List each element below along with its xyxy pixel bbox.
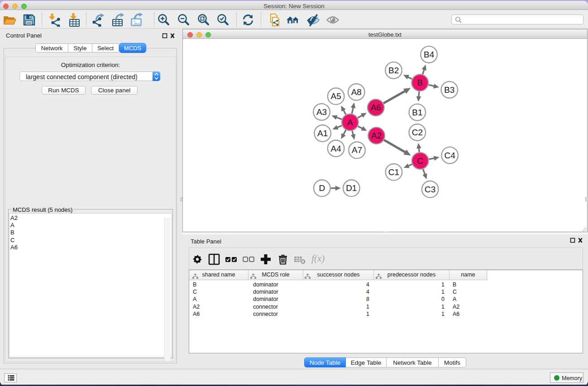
svg-text:A7: A7 xyxy=(352,145,362,155)
svg-text:A8: A8 xyxy=(351,87,362,97)
svg-text:A3: A3 xyxy=(316,107,327,117)
svg-text:B4: B4 xyxy=(424,50,435,59)
svg-text:A6: A6 xyxy=(371,103,381,112)
svg-text:C2: C2 xyxy=(412,128,423,137)
svg-text:B: B xyxy=(417,78,423,87)
svg-text:C1: C1 xyxy=(388,167,399,177)
svg-text:D: D xyxy=(319,183,325,193)
svg-text:B1: B1 xyxy=(412,108,422,117)
svg-text:D1: D1 xyxy=(346,183,357,193)
svg-text:B2: B2 xyxy=(388,66,399,75)
svg-text:C3: C3 xyxy=(425,185,435,194)
svg-text:A2: A2 xyxy=(371,131,382,140)
svg-text:B3: B3 xyxy=(444,85,454,95)
svg-text:A5: A5 xyxy=(330,91,341,101)
svg-text:A4: A4 xyxy=(330,144,341,153)
svg-text:A1: A1 xyxy=(317,129,328,138)
svg-text:C: C xyxy=(417,156,423,166)
svg-text:A: A xyxy=(347,118,353,127)
svg-text:C4: C4 xyxy=(445,151,456,160)
